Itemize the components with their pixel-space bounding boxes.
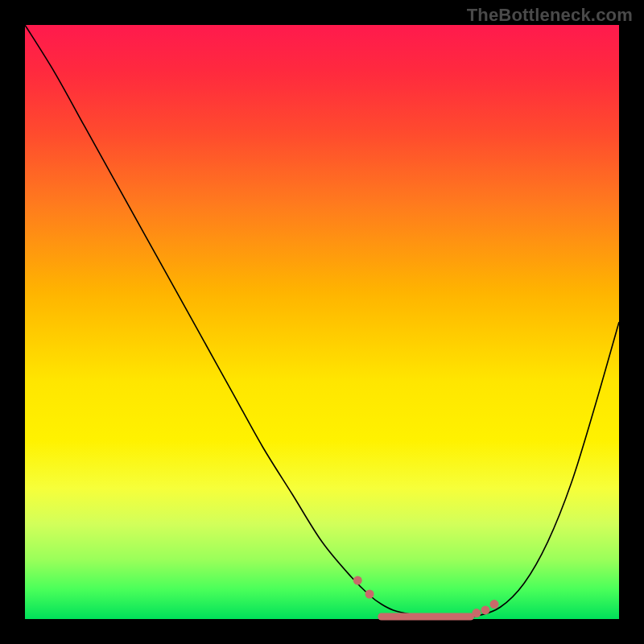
marker-dot xyxy=(353,576,362,585)
marker-dot xyxy=(365,590,374,599)
watermark-text: TheBottleneck.com xyxy=(467,5,633,26)
chart-frame: TheBottleneck.com xyxy=(0,0,644,644)
marker-dot xyxy=(490,600,499,609)
marker-dot xyxy=(481,605,489,614)
chart-markers xyxy=(353,576,499,618)
chart-svg xyxy=(25,25,619,619)
bottleneck-curve xyxy=(25,25,619,617)
